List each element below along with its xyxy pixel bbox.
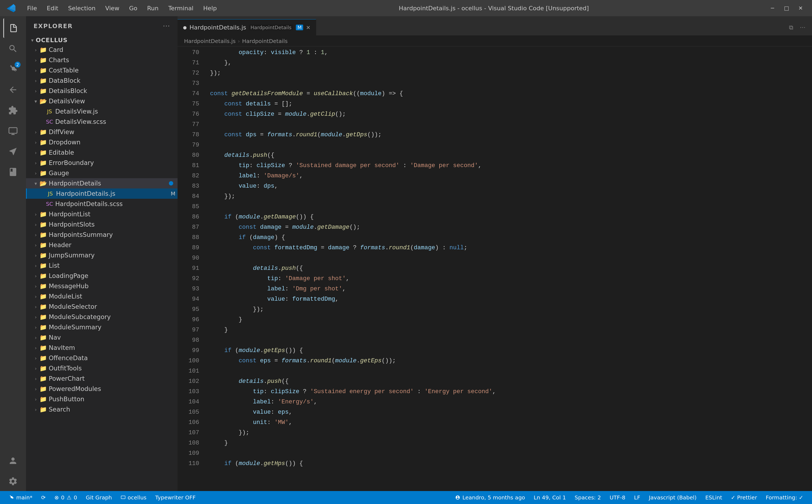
status-branch[interactable]: main*: [4, 491, 37, 504]
tree-item-datablock[interactable]: › 📁 DataBlock: [26, 75, 177, 86]
activity-remote[interactable]: [3, 121, 23, 141]
tree-item-modulelist[interactable]: › 📁 ModuleList: [26, 291, 177, 301]
scss-file-icon: SC: [45, 201, 54, 207]
tree-item-detailsview-js[interactable]: JS DetailsView.js: [26, 106, 177, 117]
menu-view[interactable]: View: [101, 4, 124, 13]
tree-item-hardpointdetails[interactable]: ▾ 📂 HardpointDetails: [26, 178, 177, 188]
activity-search[interactable]: [3, 39, 23, 58]
tree-item-hardpointdetails-js[interactable]: JS HardpointDetails.js M: [26, 188, 177, 199]
tree-item-navitem[interactable]: › 📁 NavItem: [26, 343, 177, 353]
tree-item-list[interactable]: › 📁 List: [26, 260, 177, 271]
tree-item-poweredmodules[interactable]: › 📁 PoweredModules: [26, 384, 177, 394]
tree-item-dropdown[interactable]: › 📁 Dropdown: [26, 137, 177, 147]
close-button[interactable]: ✕: [795, 3, 807, 13]
tree-item-hardpointdetails-scss[interactable]: SC HardpointDetails.scss: [26, 199, 177, 209]
tree-item-detailsview[interactable]: ▾ 📂 DetailsView: [26, 96, 177, 106]
menu-go[interactable]: Go: [125, 4, 142, 13]
code-lines[interactable]: opacity: visible ? 1 : 1, }, }); const g…: [204, 47, 812, 491]
folder-icon: 📁: [39, 57, 47, 64]
activity-account[interactable]: [3, 451, 23, 470]
status-encoding[interactable]: UTF-8: [605, 491, 630, 504]
maximize-button[interactable]: □: [781, 3, 793, 13]
tree-item-editable[interactable]: › 📁 Editable: [26, 147, 177, 158]
status-user[interactable]: Leandro, 5 months ago: [451, 491, 529, 504]
activity-test[interactable]: [3, 142, 23, 161]
tree-item-detailsview-scss[interactable]: SC DetailsView.scss: [26, 117, 177, 127]
status-language[interactable]: Javascript (Babel): [645, 491, 701, 504]
menu-help[interactable]: Help: [199, 4, 221, 13]
tree-item-modulesummary[interactable]: › 📁 ModuleSummary: [26, 322, 177, 332]
tree-item-header[interactable]: › 📁 Header: [26, 240, 177, 250]
tree-item-costtable[interactable]: › 📁 CostTable: [26, 65, 177, 75]
activity-explorer[interactable]: [3, 18, 23, 38]
activity-book[interactable]: [3, 162, 23, 182]
tree-item-card[interactable]: › 📁 Card: [26, 45, 177, 55]
tree-label: HardpointDetails.scss: [55, 200, 175, 207]
folder-icon: 📁: [39, 283, 47, 290]
tree-item-errorboundary[interactable]: › 📁 ErrorBoundary: [26, 158, 177, 168]
tree-item-charts[interactable]: › 📁 Charts: [26, 55, 177, 65]
tree-item-powerchart[interactable]: › 📁 PowerChart: [26, 373, 177, 384]
status-gitgraph[interactable]: Git Graph: [81, 491, 116, 504]
window-title: HardpointDetails.js - ocellus - Visual S…: [399, 5, 589, 12]
tree-label: OutfitTools: [49, 365, 175, 372]
tree-section-ocellus[interactable]: ▾ OCELLUS: [26, 36, 177, 45]
breadcrumb-symbol[interactable]: HardpointDetails: [242, 38, 288, 44]
language-text: Javascript (Babel): [649, 494, 697, 501]
main-layout: 2: [0, 16, 812, 491]
tree-item-loadingpage[interactable]: › 📁 LoadingPage: [26, 271, 177, 281]
tree-item-messagehub[interactable]: › 📁 MessageHub: [26, 281, 177, 291]
more-actions-button[interactable]: ···: [798, 23, 808, 32]
tree-item-pushbutton[interactable]: › 📁 PushButton: [26, 394, 177, 404]
menu-edit[interactable]: Edit: [42, 4, 63, 13]
minimize-button[interactable]: ─: [767, 3, 778, 13]
tab-hardpointdetails[interactable]: ● HardpointDetails.js HardpointDetails M…: [177, 19, 316, 35]
tree-item-detailsblock[interactable]: › 📁 DetailsBlock: [26, 86, 177, 96]
eslint-text: ESLint: [705, 494, 722, 501]
tree-item-hardpointlist[interactable]: › 📁 HardpointList: [26, 209, 177, 219]
tree-item-moduleselector[interactable]: › 📁 ModuleSelector: [26, 301, 177, 312]
tree-label: HardpointList: [49, 211, 175, 218]
tree-label: PushButton: [49, 396, 175, 403]
status-remote[interactable]: ocellus: [116, 491, 151, 504]
js-file-icon: JS: [45, 108, 54, 115]
tree-item-modulesubcategory[interactable]: › 📁 ModuleSubcategory: [26, 312, 177, 322]
status-position[interactable]: Ln 49, Col 1: [529, 491, 570, 504]
tree-item-hardpointslots[interactable]: › 📁 HardpointSlots: [26, 219, 177, 230]
tree-item-outfittools[interactable]: › 📁 OutfitTools: [26, 363, 177, 373]
tree-item-jumpsummary[interactable]: › 📁 JumpSummary: [26, 250, 177, 260]
activity-source-control[interactable]: 2: [3, 59, 23, 79]
split-editor-button[interactable]: ⧉: [787, 23, 796, 32]
status-formatting[interactable]: Formatting: ✓: [761, 491, 808, 504]
sidebar: Explorer ··· ▾ OCELLUS › 📁 Card › 📁 Char…: [26, 16, 177, 491]
tree-item-hardpointssummary[interactable]: › 📁 HardpointsSummary: [26, 230, 177, 240]
folder-arrow: ›: [32, 88, 39, 94]
menu-selection[interactable]: Selection: [64, 4, 100, 13]
code-editor[interactable]: 70 71 72 73 74 75 76 77 78 79 80 81 82 8…: [177, 47, 812, 491]
menu-file[interactable]: File: [23, 4, 41, 13]
status-eslint[interactable]: ESLint: [701, 491, 727, 504]
tab-close-button[interactable]: ✕: [306, 24, 311, 31]
activity-run-debug[interactable]: [3, 80, 23, 100]
tree-item-search[interactable]: › 📁 Search: [26, 404, 177, 415]
error-icon: ⊗: [54, 494, 59, 501]
status-sync[interactable]: ⟳: [37, 491, 50, 504]
activity-extensions[interactable]: [3, 101, 23, 120]
sidebar-more-actions[interactable]: ···: [163, 22, 170, 31]
tree-item-gauge[interactable]: › 📁 Gauge: [26, 168, 177, 178]
status-typewriter[interactable]: Typewriter OFF: [151, 491, 200, 504]
tree-item-offencedata[interactable]: › 📁 OffenceData: [26, 353, 177, 363]
status-prettier[interactable]: ✓ Prettier: [727, 491, 761, 504]
menu-run[interactable]: Run: [143, 4, 163, 13]
breadcrumb-file[interactable]: HardpointDetails.js: [184, 38, 236, 44]
folder-arrow: ›: [32, 47, 39, 53]
menu-terminal[interactable]: Terminal: [164, 4, 198, 13]
status-spaces[interactable]: Spaces: 2: [570, 491, 605, 504]
status-errors[interactable]: ⊗ 0 ⚠ 0: [50, 491, 81, 504]
status-eol[interactable]: LF: [630, 491, 645, 504]
folder-arrow: ›: [32, 68, 39, 73]
tree-item-nav[interactable]: › 📁 Nav: [26, 332, 177, 343]
activity-settings[interactable]: [3, 472, 23, 491]
tree-item-diffview[interactable]: › 📁 DiffView: [26, 127, 177, 137]
tree-label: ModuleList: [49, 293, 175, 300]
